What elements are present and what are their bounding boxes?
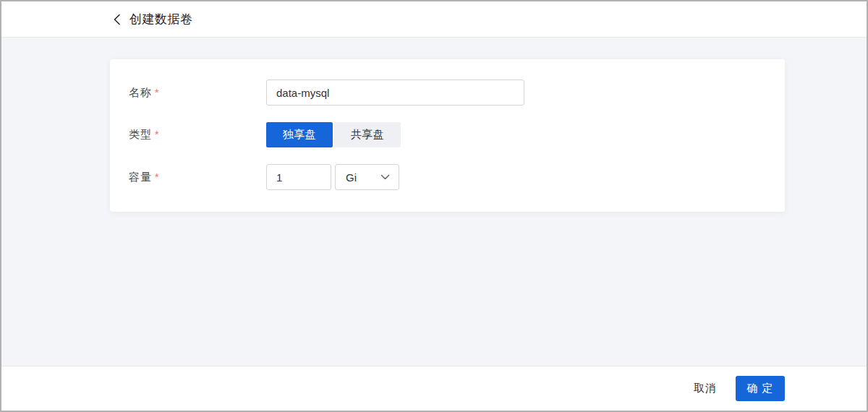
page-header: 创建数据卷 [1,1,867,38]
capacity-label-text: 容量 [129,171,152,183]
capacity-input[interactable] [266,164,331,190]
capacity-unit-value: Gi [346,171,357,184]
toggle-shared-disk[interactable]: 共享盘 [334,122,401,147]
back-button[interactable] [113,13,121,26]
name-input[interactable] [266,80,524,106]
cancel-button[interactable]: 取消 [694,382,717,395]
toggle-exclusive-disk[interactable]: 独享盘 [266,122,333,147]
type-label: 类型* [129,128,266,142]
page-footer: 取消 确 定 [1,366,867,411]
type-label-text: 类型 [129,128,152,140]
confirm-button[interactable]: 确 定 [736,376,785,401]
form-card: 名称* 类型* 独享盘 共享盘 容量* [110,59,785,212]
capacity-unit-select[interactable]: Gi [335,164,399,190]
disk-type-toggle-group: 独享盘 共享盘 [266,122,401,147]
capacity-label: 容量* [129,171,266,184]
content-area: 名称* 类型* 独享盘 共享盘 容量* [1,38,867,366]
create-data-volume-page: 创建数据卷 名称* 类型* 独享盘 共享盘 [0,0,868,412]
page-title: 创建数据卷 [129,11,193,27]
form-row-capacity: 容量* Gi [129,164,785,190]
name-required-mark: * [155,87,159,98]
form-row-name: 名称* [129,80,785,106]
type-required-mark: * [155,129,159,140]
chevron-down-icon [380,174,390,180]
capacity-required-mark: * [155,171,159,183]
name-label-text: 名称 [129,86,152,98]
chevron-left-icon [113,13,121,26]
form-row-type: 类型* 独享盘 共享盘 [129,122,785,147]
name-label: 名称* [129,86,266,100]
